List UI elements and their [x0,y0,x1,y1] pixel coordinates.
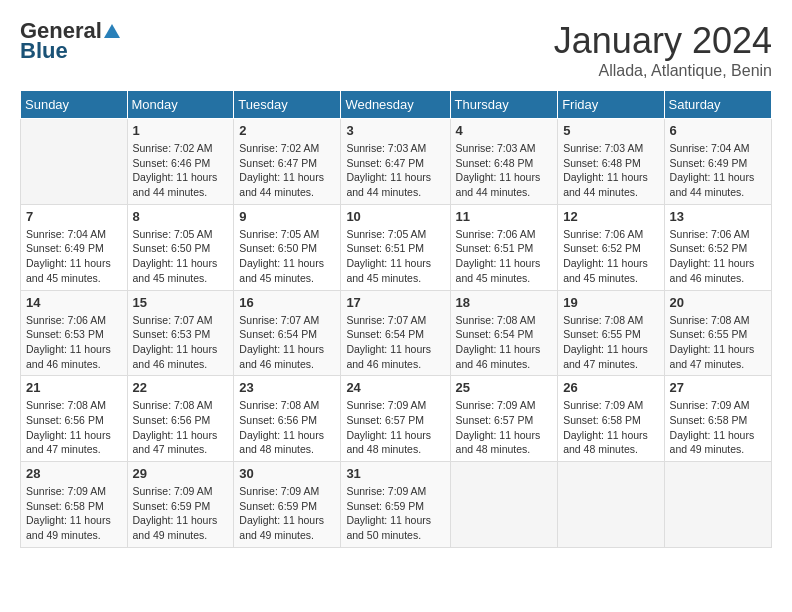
weekday-header-sunday: Sunday [21,91,128,119]
calendar-cell [21,119,128,205]
day-number: 14 [26,295,122,310]
day-info: Sunrise: 7:08 AMSunset: 6:54 PMDaylight:… [456,313,553,372]
logo-triangle-icon [103,22,121,40]
day-info: Sunrise: 7:03 AMSunset: 6:48 PMDaylight:… [563,141,658,200]
location: Allada, Atlantique, Benin [554,62,772,80]
day-info: Sunrise: 7:09 AMSunset: 6:57 PMDaylight:… [456,398,553,457]
day-info: Sunrise: 7:08 AMSunset: 6:56 PMDaylight:… [239,398,335,457]
calendar-cell: 14Sunrise: 7:06 AMSunset: 6:53 PMDayligh… [21,290,128,376]
day-number: 8 [133,209,229,224]
calendar-cell: 12Sunrise: 7:06 AMSunset: 6:52 PMDayligh… [558,204,664,290]
calendar-cell [664,462,771,548]
calendar-cell: 1Sunrise: 7:02 AMSunset: 6:46 PMDaylight… [127,119,234,205]
weekday-header-monday: Monday [127,91,234,119]
day-number: 4 [456,123,553,138]
logo: General Blue [20,20,122,64]
calendar-week-row: 14Sunrise: 7:06 AMSunset: 6:53 PMDayligh… [21,290,772,376]
day-info: Sunrise: 7:08 AMSunset: 6:55 PMDaylight:… [563,313,658,372]
calendar-cell: 24Sunrise: 7:09 AMSunset: 6:57 PMDayligh… [341,376,450,462]
day-number: 12 [563,209,658,224]
calendar-cell: 29Sunrise: 7:09 AMSunset: 6:59 PMDayligh… [127,462,234,548]
calendar-cell: 3Sunrise: 7:03 AMSunset: 6:47 PMDaylight… [341,119,450,205]
calendar-cell: 20Sunrise: 7:08 AMSunset: 6:55 PMDayligh… [664,290,771,376]
day-info: Sunrise: 7:07 AMSunset: 6:54 PMDaylight:… [346,313,444,372]
calendar-cell: 11Sunrise: 7:06 AMSunset: 6:51 PMDayligh… [450,204,558,290]
day-info: Sunrise: 7:05 AMSunset: 6:50 PMDaylight:… [239,227,335,286]
day-number: 20 [670,295,766,310]
svg-marker-0 [104,24,120,38]
calendar-cell: 27Sunrise: 7:09 AMSunset: 6:58 PMDayligh… [664,376,771,462]
day-number: 15 [133,295,229,310]
calendar-cell: 6Sunrise: 7:04 AMSunset: 6:49 PMDaylight… [664,119,771,205]
day-info: Sunrise: 7:08 AMSunset: 6:56 PMDaylight:… [133,398,229,457]
calendar-cell: 13Sunrise: 7:06 AMSunset: 6:52 PMDayligh… [664,204,771,290]
calendar-cell: 18Sunrise: 7:08 AMSunset: 6:54 PMDayligh… [450,290,558,376]
day-info: Sunrise: 7:08 AMSunset: 6:55 PMDaylight:… [670,313,766,372]
day-info: Sunrise: 7:09 AMSunset: 6:58 PMDaylight:… [563,398,658,457]
day-number: 21 [26,380,122,395]
calendar-cell: 7Sunrise: 7:04 AMSunset: 6:49 PMDaylight… [21,204,128,290]
day-number: 26 [563,380,658,395]
calendar-cell: 25Sunrise: 7:09 AMSunset: 6:57 PMDayligh… [450,376,558,462]
day-number: 18 [456,295,553,310]
day-info: Sunrise: 7:09 AMSunset: 6:58 PMDaylight:… [26,484,122,543]
day-number: 16 [239,295,335,310]
calendar-cell: 23Sunrise: 7:08 AMSunset: 6:56 PMDayligh… [234,376,341,462]
page-header: General Blue January 2024 Allada, Atlant… [20,20,772,80]
weekday-header-tuesday: Tuesday [234,91,341,119]
day-info: Sunrise: 7:09 AMSunset: 6:57 PMDaylight:… [346,398,444,457]
day-info: Sunrise: 7:08 AMSunset: 6:56 PMDaylight:… [26,398,122,457]
day-number: 7 [26,209,122,224]
calendar-cell [558,462,664,548]
day-info: Sunrise: 7:02 AMSunset: 6:47 PMDaylight:… [239,141,335,200]
calendar-cell: 21Sunrise: 7:08 AMSunset: 6:56 PMDayligh… [21,376,128,462]
calendar-week-row: 1Sunrise: 7:02 AMSunset: 6:46 PMDaylight… [21,119,772,205]
day-info: Sunrise: 7:02 AMSunset: 6:46 PMDaylight:… [133,141,229,200]
calendar-cell: 5Sunrise: 7:03 AMSunset: 6:48 PMDaylight… [558,119,664,205]
day-number: 11 [456,209,553,224]
day-info: Sunrise: 7:09 AMSunset: 6:59 PMDaylight:… [346,484,444,543]
day-number: 30 [239,466,335,481]
day-number: 25 [456,380,553,395]
day-info: Sunrise: 7:09 AMSunset: 6:59 PMDaylight:… [239,484,335,543]
day-number: 23 [239,380,335,395]
calendar-cell: 10Sunrise: 7:05 AMSunset: 6:51 PMDayligh… [341,204,450,290]
day-number: 3 [346,123,444,138]
day-number: 13 [670,209,766,224]
day-number: 29 [133,466,229,481]
day-number: 27 [670,380,766,395]
calendar-cell: 26Sunrise: 7:09 AMSunset: 6:58 PMDayligh… [558,376,664,462]
title-section: January 2024 Allada, Atlantique, Benin [554,20,772,80]
day-info: Sunrise: 7:05 AMSunset: 6:50 PMDaylight:… [133,227,229,286]
day-info: Sunrise: 7:06 AMSunset: 6:51 PMDaylight:… [456,227,553,286]
day-info: Sunrise: 7:03 AMSunset: 6:47 PMDaylight:… [346,141,444,200]
calendar-cell: 4Sunrise: 7:03 AMSunset: 6:48 PMDaylight… [450,119,558,205]
day-info: Sunrise: 7:03 AMSunset: 6:48 PMDaylight:… [456,141,553,200]
calendar-cell: 8Sunrise: 7:05 AMSunset: 6:50 PMDaylight… [127,204,234,290]
day-info: Sunrise: 7:05 AMSunset: 6:51 PMDaylight:… [346,227,444,286]
calendar-cell: 31Sunrise: 7:09 AMSunset: 6:59 PMDayligh… [341,462,450,548]
day-number: 10 [346,209,444,224]
calendar-cell: 16Sunrise: 7:07 AMSunset: 6:54 PMDayligh… [234,290,341,376]
calendar-cell [450,462,558,548]
weekday-header-row: SundayMondayTuesdayWednesdayThursdayFrid… [21,91,772,119]
day-info: Sunrise: 7:06 AMSunset: 6:52 PMDaylight:… [563,227,658,286]
calendar-cell: 2Sunrise: 7:02 AMSunset: 6:47 PMDaylight… [234,119,341,205]
day-info: Sunrise: 7:06 AMSunset: 6:52 PMDaylight:… [670,227,766,286]
day-info: Sunrise: 7:09 AMSunset: 6:58 PMDaylight:… [670,398,766,457]
calendar-cell: 17Sunrise: 7:07 AMSunset: 6:54 PMDayligh… [341,290,450,376]
calendar-cell: 30Sunrise: 7:09 AMSunset: 6:59 PMDayligh… [234,462,341,548]
day-info: Sunrise: 7:04 AMSunset: 6:49 PMDaylight:… [670,141,766,200]
calendar-table: SundayMondayTuesdayWednesdayThursdayFrid… [20,90,772,548]
day-number: 5 [563,123,658,138]
weekday-header-friday: Friday [558,91,664,119]
day-number: 9 [239,209,335,224]
calendar-cell: 19Sunrise: 7:08 AMSunset: 6:55 PMDayligh… [558,290,664,376]
calendar-week-row: 21Sunrise: 7:08 AMSunset: 6:56 PMDayligh… [21,376,772,462]
weekday-header-saturday: Saturday [664,91,771,119]
day-number: 1 [133,123,229,138]
day-number: 19 [563,295,658,310]
day-info: Sunrise: 7:04 AMSunset: 6:49 PMDaylight:… [26,227,122,286]
day-number: 22 [133,380,229,395]
calendar-cell: 15Sunrise: 7:07 AMSunset: 6:53 PMDayligh… [127,290,234,376]
